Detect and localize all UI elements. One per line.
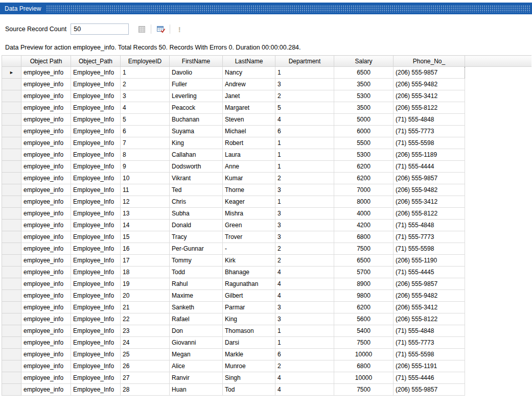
cell-department[interactable]: 6	[275, 126, 334, 137]
cell-object-path[interactable]: employee_info	[21, 220, 71, 231]
row-selector[interactable]	[2, 337, 21, 349]
cell-salary[interactable]: 6800	[334, 360, 394, 372]
cell-object-path[interactable]: employee_info	[21, 67, 71, 79]
cell-employeeid[interactable]: 2	[121, 79, 170, 90]
cell-salary[interactable]: 9800	[334, 290, 394, 302]
cell-employeeid[interactable]: 17	[121, 255, 170, 267]
cell-phone-no[interactable]: (206) 555-3412	[394, 196, 465, 208]
table-row[interactable]: employee_infoEmployee_Info8CallahanLaura…	[2, 149, 532, 161]
cell-firstname[interactable]: Todd	[170, 267, 223, 278]
row-selector[interactable]	[2, 243, 21, 255]
cell-object-path[interactable]: Employee_Info	[71, 196, 121, 208]
cell-object-path[interactable]: employee_info	[21, 184, 71, 196]
cell-lastname[interactable]: Munroe	[223, 360, 275, 372]
cell-lastname[interactable]: Mishra	[223, 208, 275, 220]
table-row[interactable]: employee_infoEmployee_Info2FullerAndrew3…	[2, 79, 532, 90]
cell-employeeid[interactable]: 1	[121, 67, 170, 79]
cell-object-path[interactable]: employee_info	[21, 337, 71, 349]
cell-object-path[interactable]: Employee_Info	[71, 67, 121, 79]
cell-department[interactable]: 1	[275, 67, 334, 79]
table-row[interactable]: employee_infoEmployee_Info20MaximeGilber…	[2, 290, 532, 302]
cell-salary[interactable]: 10000	[334, 372, 394, 384]
cell-object-path[interactable]: Employee_Info	[71, 290, 121, 302]
cell-object-path[interactable]: Employee_Info	[71, 278, 121, 290]
cell-object-path[interactable]: employee_info	[21, 161, 71, 173]
cell-salary[interactable]: 6200	[334, 161, 394, 173]
cell-department[interactable]: 3	[275, 220, 334, 231]
cell-employeeid[interactable]: 4	[121, 102, 170, 114]
cell-phone-no[interactable]: (206) 555-1190	[394, 255, 465, 267]
cell-object-path[interactable]: employee_info	[21, 208, 71, 220]
table-row[interactable]: employee_infoEmployee_Info17TommyKirk265…	[2, 255, 532, 267]
cell-firstname[interactable]: Subha	[170, 208, 223, 220]
cell-firstname[interactable]: Ranvir	[170, 372, 223, 384]
cell-object-path[interactable]: employee_info	[21, 278, 71, 290]
column-header-department[interactable]: Department	[275, 56, 334, 67]
cell-firstname[interactable]: Sanketh	[170, 302, 223, 313]
cell-object-path[interactable]: employee_info	[21, 255, 71, 267]
cell-department[interactable]: 6	[275, 349, 334, 360]
cell-phone-no[interactable]: (71) 555-4445	[394, 267, 465, 278]
table-row[interactable]: employee_infoEmployee_Info6SuyamaMichael…	[2, 126, 532, 137]
cell-lastname[interactable]: Thorne	[223, 184, 275, 196]
cell-lastname[interactable]: Bhanage	[223, 267, 275, 278]
cell-firstname[interactable]: Peacock	[170, 102, 223, 114]
cell-department[interactable]: 2	[275, 90, 334, 102]
cell-object-path[interactable]: employee_info	[21, 360, 71, 372]
cell-employeeid[interactable]: 24	[121, 337, 170, 349]
cell-department[interactable]: 3	[275, 302, 334, 313]
cell-salary[interactable]: 6800	[334, 231, 394, 243]
column-header-phone-no[interactable]: Phone_No_	[394, 56, 465, 67]
cell-lastname[interactable]: Tod	[223, 384, 275, 396]
select-all-header[interactable]	[2, 56, 21, 67]
cell-phone-no[interactable]: (206) 555-8122	[394, 313, 465, 325]
source-record-count-input[interactable]	[71, 23, 129, 35]
cell-salary[interactable]: 3500	[334, 102, 394, 114]
cell-object-path[interactable]: Employee_Info	[71, 231, 121, 243]
cell-object-path[interactable]: employee_info	[21, 267, 71, 278]
cell-lastname[interactable]: Singh	[223, 372, 275, 384]
column-header-salary[interactable]: Salary	[334, 56, 394, 67]
cell-object-path[interactable]: Employee_Info	[71, 102, 121, 114]
cell-salary[interactable]: 6500	[334, 255, 394, 267]
cell-employeeid[interactable]: 23	[121, 325, 170, 337]
row-selector[interactable]	[2, 313, 21, 325]
row-selector[interactable]	[2, 208, 21, 220]
cell-department[interactable]: 2	[275, 360, 334, 372]
row-selector[interactable]	[2, 349, 21, 360]
cell-object-path[interactable]: Employee_Info	[71, 372, 121, 384]
table-row[interactable]: employee_infoEmployee_Info7KingRobert155…	[2, 137, 532, 149]
cell-employeeid[interactable]: 16	[121, 243, 170, 255]
cell-object-path[interactable]: Employee_Info	[71, 173, 121, 184]
cell-firstname[interactable]: King	[170, 137, 223, 149]
cell-object-path[interactable]: employee_info	[21, 349, 71, 360]
cell-firstname[interactable]: Per-Gunnar	[170, 243, 223, 255]
cell-department[interactable]: 4	[275, 290, 334, 302]
cell-phone-no[interactable]: (71) 555-5598	[394, 243, 465, 255]
row-selector[interactable]	[2, 90, 21, 102]
row-selector[interactable]	[2, 161, 21, 173]
cell-employeeid[interactable]: 21	[121, 302, 170, 313]
cell-lastname[interactable]: Markle	[223, 349, 275, 360]
row-selector[interactable]	[2, 114, 21, 126]
export-grid-button[interactable]	[136, 23, 147, 35]
cell-object-path[interactable]: Employee_Info	[71, 126, 121, 137]
cell-department[interactable]: 1	[275, 161, 334, 173]
table-row[interactable]: employee_infoEmployee_Info25MeganMarkle6…	[2, 349, 532, 360]
row-selector[interactable]	[2, 255, 21, 267]
cell-firstname[interactable]: Megan	[170, 349, 223, 360]
cell-object-path[interactable]: employee_info	[21, 90, 71, 102]
row-selector[interactable]	[2, 302, 21, 313]
cell-object-path[interactable]: employee_info	[21, 196, 71, 208]
cell-object-path[interactable]: Employee_Info	[71, 337, 121, 349]
cell-department[interactable]: 3	[275, 208, 334, 220]
cell-department[interactable]: 1	[275, 325, 334, 337]
cell-department[interactable]: 1	[275, 337, 334, 349]
row-selector[interactable]	[2, 173, 21, 184]
cell-firstname[interactable]: Davolio	[170, 67, 223, 79]
cell-salary[interactable]: 7500	[334, 243, 394, 255]
cell-employeeid[interactable]: 13	[121, 208, 170, 220]
cell-lastname[interactable]: Darsi	[223, 337, 275, 349]
table-row[interactable]: employee_infoEmployee_Info4PeacockMargar…	[2, 102, 532, 114]
cell-employeeid[interactable]: 15	[121, 231, 170, 243]
